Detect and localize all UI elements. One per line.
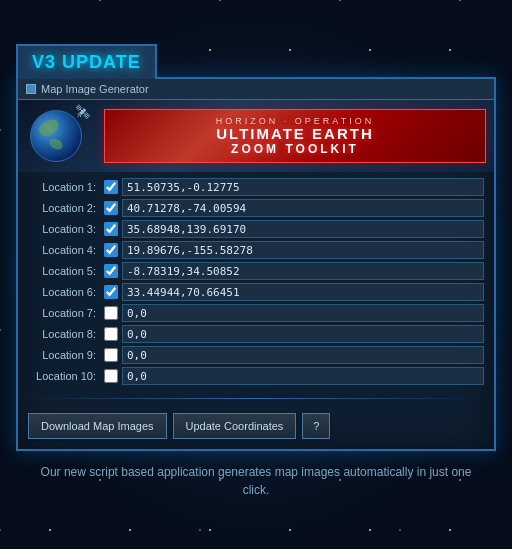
location-row: Location 6:	[28, 283, 484, 301]
locations-grid: Location 1:Location 2:Location 3:Locatio…	[18, 172, 494, 394]
location-input-8[interactable]	[122, 325, 484, 343]
main-panel: Map Image Generator 🛰 HORIZON · OPERATIO…	[16, 77, 496, 451]
location-label-4: Location 4:	[28, 244, 100, 256]
download-button[interactable]: Download Map Images	[28, 413, 167, 439]
location-row: Location 2:	[28, 199, 484, 217]
footer-text: Our new script based application generat…	[16, 451, 496, 505]
location-input-6[interactable]	[122, 283, 484, 301]
location-checkbox-2[interactable]	[104, 201, 118, 215]
location-checkbox-3[interactable]	[104, 222, 118, 236]
location-checkbox-1[interactable]	[104, 180, 118, 194]
location-row: Location 10:	[28, 367, 484, 385]
earth-graphic: 🛰	[26, 104, 96, 168]
location-checkbox-4[interactable]	[104, 243, 118, 257]
location-input-1[interactable]	[122, 178, 484, 196]
location-checkbox-10[interactable]	[104, 369, 118, 383]
location-input-5[interactable]	[122, 262, 484, 280]
location-label-6: Location 6:	[28, 286, 100, 298]
panel-title: Map Image Generator	[41, 83, 149, 95]
location-label-10: Location 10:	[28, 370, 100, 382]
location-row: Location 3:	[28, 220, 484, 238]
panel-header: Map Image Generator	[18, 79, 494, 100]
buttons-row: Download Map Images Update Coordinates ?	[18, 403, 494, 449]
location-checkbox-5[interactable]	[104, 264, 118, 278]
location-input-7[interactable]	[122, 304, 484, 322]
location-label-9: Location 9:	[28, 349, 100, 361]
separator	[28, 398, 484, 399]
location-input-3[interactable]	[122, 220, 484, 238]
title-bar: V3 UPDATE	[16, 44, 157, 79]
location-row: Location 5:	[28, 262, 484, 280]
location-input-4[interactable]	[122, 241, 484, 259]
banner-logo: HORIZON · OPERATION ULTIMATE EARTH ZOOM …	[104, 109, 486, 164]
location-checkbox-8[interactable]	[104, 327, 118, 341]
location-label-1: Location 1:	[28, 181, 100, 193]
location-label-8: Location 8:	[28, 328, 100, 340]
app-title: V3 UPDATE	[32, 52, 141, 72]
location-label-5: Location 5:	[28, 265, 100, 277]
location-row: Location 4:	[28, 241, 484, 259]
location-input-2[interactable]	[122, 199, 484, 217]
location-label-3: Location 3:	[28, 223, 100, 235]
location-row: Location 9:	[28, 346, 484, 364]
location-input-9[interactable]	[122, 346, 484, 364]
main-container: V3 UPDATE Map Image Generator 🛰 HORIZON …	[16, 44, 496, 505]
location-row: Location 1:	[28, 178, 484, 196]
satellite-icon: 🛰	[76, 104, 96, 124]
location-input-10[interactable]	[122, 367, 484, 385]
help-button[interactable]: ?	[302, 413, 330, 439]
location-label-2: Location 2:	[28, 202, 100, 214]
earth-circle	[30, 110, 82, 162]
location-label-7: Location 7:	[28, 307, 100, 319]
location-checkbox-9[interactable]	[104, 348, 118, 362]
location-row: Location 7:	[28, 304, 484, 322]
location-row: Location 8:	[28, 325, 484, 343]
logo-line1: ULTIMATE EARTH	[115, 126, 475, 143]
update-button[interactable]: Update Coordinates	[173, 413, 297, 439]
location-checkbox-6[interactable]	[104, 285, 118, 299]
logo-line2: ZOOM TOOLKIT	[115, 142, 475, 156]
banner: 🛰 HORIZON · OPERATION ULTIMATE EARTH ZOO…	[18, 100, 494, 172]
location-checkbox-7[interactable]	[104, 306, 118, 320]
